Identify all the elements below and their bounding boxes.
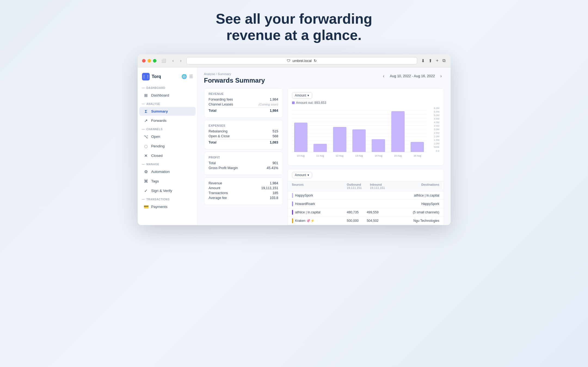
stats-card: Revenue 1,984 Amount 19,111,151 Transact… xyxy=(204,177,283,205)
table-amount-dropdown[interactable]: Amount ▾ xyxy=(292,172,312,178)
profit-total-row: Total 901 xyxy=(209,161,278,165)
forwarding-fees-row: Forwarding fees 1,984 xyxy=(209,98,278,101)
table-chevron-icon: ▾ xyxy=(307,173,309,177)
hero-section: See all your forwarding revenue at a gla… xyxy=(216,11,372,54)
sidebar-section-dashboard: Dashboard ⊞ Dashboard xyxy=(138,84,197,100)
hero-title: See all your forwarding revenue at a gla… xyxy=(216,11,372,43)
minimize-button[interactable] xyxy=(147,59,151,63)
forwards-icon: ↗ xyxy=(144,118,149,123)
x-label-10-aug: 10 Aug xyxy=(292,152,310,157)
address-bar[interactable]: 🛡 umbrel.local ↻ xyxy=(186,57,417,64)
chevron-down-icon: ▾ xyxy=(307,94,309,97)
tab-overview-button[interactable]: ⧉ xyxy=(442,57,446,64)
page-title: Forwards Summary xyxy=(204,77,265,84)
profit-total-value: 901 xyxy=(273,161,278,165)
gross-margin-value: 45.41% xyxy=(267,166,278,170)
bar-12-aug[interactable] xyxy=(333,127,346,152)
table-row: allNice | ln.capital 480,735 499,559 (5 … xyxy=(288,208,444,217)
forward-button[interactable]: › xyxy=(178,58,183,63)
reload-icon[interactable]: ↻ xyxy=(314,59,317,63)
dest-name: (5 small channels) xyxy=(396,210,439,214)
bar-13-aug[interactable] xyxy=(352,129,366,152)
bar-16-aug[interactable] xyxy=(411,142,424,152)
sidebar-label-dashboard: Dashboard xyxy=(138,84,197,91)
sign-verify-icon: ✓ xyxy=(144,188,149,193)
share-button[interactable]: ⬆ xyxy=(428,57,433,64)
sidebar-label-transactions: Transactions xyxy=(138,196,197,202)
dest-name: allNice | ln.capital xyxy=(396,194,439,197)
stats-transactions-label: Transactions xyxy=(209,191,228,195)
main-content: Analyse / Summary Forwards Summary ‹ Aug… xyxy=(198,67,451,225)
source-name: Kraken 🦑⚡ xyxy=(295,219,347,223)
automation-icon: ⚙ xyxy=(144,169,149,174)
x-label-14-aug: 14 Aug xyxy=(370,152,387,157)
revenue-card: Revenue Forwarding fees 1,984 Channel Le… xyxy=(204,88,283,118)
y-label-45m: 4.5M xyxy=(434,117,439,120)
sidebar-toggle-button[interactable]: ⬜ xyxy=(160,58,168,63)
expenses-total-row: Total 1,083 xyxy=(209,139,278,144)
sidebar-item-dashboard[interactable]: ⊞ Dashboard xyxy=(139,91,196,100)
dest-name: HappySpork xyxy=(396,202,439,206)
amount-dropdown[interactable]: Amount ▾ xyxy=(292,92,312,99)
pending-icon: ◌ xyxy=(144,144,149,149)
summary-icon: Σ xyxy=(144,109,149,114)
sidebar-item-tags[interactable]: ⌘ Tags xyxy=(139,177,196,186)
sidebar-item-automation[interactable]: ⚙ Automation xyxy=(139,167,196,176)
new-tab-button[interactable]: + xyxy=(435,57,439,64)
sidebar-item-payments[interactable]: 💳 Payments xyxy=(139,202,196,212)
close-button[interactable] xyxy=(142,59,146,63)
maximize-button[interactable] xyxy=(153,59,156,63)
stats-amount-label: Amount xyxy=(209,186,220,190)
globe-icon[interactable]: 🌐 xyxy=(181,74,187,79)
bar-14-aug[interactable] xyxy=(372,139,385,152)
y-label-5m: 5.0M xyxy=(434,114,439,117)
expenses-section-title: Expenses xyxy=(209,124,278,127)
channel-leases-row: Channel Leases (Coming soon) xyxy=(209,102,278,106)
y-label-0: 0.0 xyxy=(436,150,439,152)
content-area: Revenue Forwarding fees 1,984 Channel Le… xyxy=(198,88,451,225)
profit-total-label: Total xyxy=(209,161,216,165)
channel-leases-value: (Coming soon) xyxy=(258,103,278,106)
channel-leases-label: Channel Leases xyxy=(209,102,233,106)
table-row: HowardRoark HappySpork xyxy=(288,200,444,208)
sidebar-section-manage: Manage ⚙ Automation ⌘ Tags ✓ Sign & Veri… xyxy=(138,161,197,195)
bar-10-aug[interactable] xyxy=(294,123,307,152)
stats-amount-row: Amount 19,111,151 xyxy=(209,186,278,190)
shield-icon: 🛡 xyxy=(287,59,290,63)
profit-section-title: Profit xyxy=(209,156,278,159)
sidebar-item-sign-verify[interactable]: ✓ Sign & Verify xyxy=(139,186,196,195)
open-close-label: Open & Close xyxy=(209,134,230,138)
sidebar-item-pending[interactable]: ◌ Pending xyxy=(139,142,196,151)
open-icon: ⌥ xyxy=(144,134,149,139)
date-next-button[interactable]: › xyxy=(438,73,444,80)
expenses-total-value: 1,083 xyxy=(270,141,278,144)
stats-avg-fee-label: Average fee xyxy=(209,196,227,200)
download-button[interactable]: ⬇ xyxy=(420,57,426,64)
source-name: allNice | ln.capital xyxy=(295,210,347,214)
sidebar-item-forwards[interactable]: ↗ Forwards xyxy=(139,116,196,125)
date-prev-button[interactable]: ‹ xyxy=(381,73,386,80)
menu-icon[interactable]: ☰ xyxy=(189,74,193,79)
bar-15-aug[interactable] xyxy=(391,111,405,152)
browser-actions: ⬇ ⬆ + ⧉ xyxy=(420,57,446,64)
table-row: HappySpork allNice | ln.capital xyxy=(288,191,444,200)
source-indicator xyxy=(292,210,293,215)
table-row: Kraken 🦑⚡ 500,000 504,502 Ngu Technologi… xyxy=(288,217,444,225)
page-header: Analyse / Summary Forwards Summary ‹ Aug… xyxy=(198,67,451,88)
revenue-total-label: Total xyxy=(209,109,217,113)
x-label-15-aug: 15 Aug xyxy=(389,152,407,157)
sidebar-label-channels: Channels xyxy=(138,126,197,132)
x-label-16-aug: 16 Aug xyxy=(408,152,426,157)
sidebar-item-closed[interactable]: ✕ Closed xyxy=(139,151,196,160)
back-button[interactable]: ‹ xyxy=(171,58,176,63)
sidebar-item-open[interactable]: ⌥ Open xyxy=(139,132,196,141)
open-close-value: 568 xyxy=(273,134,278,138)
sidebar-label-analyse: Analyse xyxy=(138,100,197,107)
y-label-55m: 5.5M xyxy=(434,110,439,113)
payments-icon: 💳 xyxy=(144,204,149,209)
inbound-val: 504,502 xyxy=(367,219,378,223)
bar-11-aug[interactable] xyxy=(313,144,327,152)
revenue-total-value: 1,984 xyxy=(270,109,278,113)
source-indicator xyxy=(292,193,293,198)
sidebar-item-summary[interactable]: Σ Summary xyxy=(139,107,196,116)
